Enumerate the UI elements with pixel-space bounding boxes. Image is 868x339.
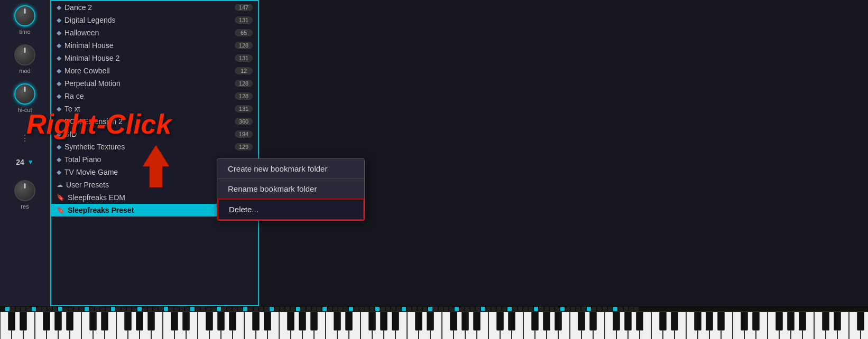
- piano-white-key[interactable]: [675, 312, 686, 339]
- mod-knob[interactable]: [14, 44, 35, 65]
- piano-white-key[interactable]: [570, 312, 581, 339]
- piano-white-key[interactable]: [81, 312, 93, 339]
- piano-white-key[interactable]: [826, 312, 837, 339]
- piano-white-key[interactable]: [35, 312, 47, 339]
- piano-white-key[interactable]: [837, 312, 849, 339]
- piano-white-key[interactable]: [326, 312, 337, 339]
- piano-white-key[interactable]: [140, 312, 151, 339]
- context-menu-item-create-folder[interactable]: Create new bookmark folder: [217, 159, 364, 178]
- piano-white-key[interactable]: [465, 312, 477, 339]
- piano-white-key[interactable]: [791, 312, 802, 339]
- time-knob[interactable]: [14, 5, 35, 26]
- piano-white-key[interactable]: [198, 312, 209, 339]
- piano-white-key[interactable]: [395, 312, 407, 339]
- piano-white-key[interactable]: [361, 312, 372, 339]
- piano-white-key[interactable]: [814, 312, 826, 339]
- preset-item-rom-extension-2[interactable]: ◆ROM Extension 2360: [51, 115, 258, 128]
- piano-white-key[interactable]: [407, 312, 419, 339]
- preset-item-dance2[interactable]: ◆Dance 2147: [51, 1, 258, 14]
- piano-white-key[interactable]: [93, 312, 105, 339]
- preset-item-ra-ce[interactable]: ◆Ra ce128: [51, 90, 258, 102]
- preset-item-te-xt[interactable]: ◆Te xt131: [51, 102, 258, 115]
- piano-white-key[interactable]: [244, 312, 256, 339]
- piano-white-key[interactable]: [233, 312, 244, 339]
- piano-white-key[interactable]: [756, 312, 768, 339]
- piano-white-key[interactable]: [733, 312, 744, 339]
- piano-white-key[interactable]: [419, 312, 430, 339]
- piano-white-key[interactable]: [512, 312, 523, 339]
- piano-white-key[interactable]: [279, 312, 291, 339]
- piano-white-key[interactable]: [500, 312, 512, 339]
- piano-white-key[interactable]: [663, 312, 675, 339]
- preset-item-halloween[interactable]: ◆Halloween65: [51, 26, 258, 39]
- piano-white-key[interactable]: [744, 312, 756, 339]
- context-menu-item-delete[interactable]: Delete...: [217, 199, 364, 220]
- hicut-knob[interactable]: [14, 83, 35, 105]
- piano-white-key[interactable]: [23, 312, 35, 339]
- preset-item-synthetic-textures[interactable]: ◆Synthetic Textures129: [51, 140, 258, 153]
- piano-white-key[interactable]: [768, 312, 779, 339]
- piano-white-key[interactable]: [558, 312, 570, 339]
- piano-white-key[interactable]: [337, 312, 349, 339]
- piano-white-key[interactable]: [849, 312, 861, 339]
- piano-white-key[interactable]: [802, 312, 814, 339]
- piano-white-key[interactable]: [547, 312, 558, 339]
- piano-white-key[interactable]: [779, 312, 791, 339]
- preset-item-sid[interactable]: ◆SID194: [51, 128, 258, 140]
- piano-white-key[interactable]: [651, 312, 663, 339]
- piano-white-key[interactable]: [163, 312, 174, 339]
- preset-item-more-cowbell[interactable]: ◆More Cowbell12: [51, 64, 258, 77]
- piano-white-key[interactable]: [209, 312, 221, 339]
- chevron-down-icon[interactable]: ▼: [27, 158, 34, 166]
- piano-white-key[interactable]: [47, 312, 58, 339]
- piano-white-key[interactable]: [349, 312, 361, 339]
- piano-white-key[interactable]: [721, 312, 733, 339]
- piano-dot: [513, 307, 517, 311]
- piano-white-key[interactable]: [221, 312, 233, 339]
- piano-white-key[interactable]: [267, 312, 279, 339]
- preset-item-minimal-house[interactable]: ◆Minimal House128: [51, 39, 258, 52]
- piano-dot: [381, 307, 385, 311]
- dots-menu[interactable]: ⋮: [21, 133, 29, 143]
- piano-white-key[interactable]: [709, 312, 721, 339]
- piano-white-key[interactable]: [454, 312, 465, 339]
- piano-white-key[interactable]: [291, 312, 302, 339]
- preset-item-minimal-house-2[interactable]: ◆Minimal House 2131: [51, 52, 258, 64]
- piano-white-key[interactable]: [128, 312, 140, 339]
- piano-white-key[interactable]: [605, 312, 616, 339]
- piano-white-key[interactable]: [70, 312, 81, 339]
- piano-white-key[interactable]: [116, 312, 128, 339]
- piano-white-key[interactable]: [488, 312, 500, 339]
- piano-white-key[interactable]: [581, 312, 593, 339]
- piano-keys[interactable]: [0, 312, 868, 339]
- piano-white-key[interactable]: [616, 312, 628, 339]
- piano-white-key[interactable]: [686, 312, 698, 339]
- piano-white-key[interactable]: [628, 312, 640, 339]
- piano-dot: [386, 307, 390, 311]
- preset-item-digital-legends[interactable]: ◆Digital Legends131: [51, 14, 258, 26]
- piano-white-key[interactable]: [256, 312, 267, 339]
- piano-white-key[interactable]: [640, 312, 651, 339]
- piano-white-key[interactable]: [442, 312, 454, 339]
- piano-white-key[interactable]: [302, 312, 314, 339]
- piano-white-key[interactable]: [477, 312, 488, 339]
- piano-white-key[interactable]: [58, 312, 70, 339]
- piano-white-key[interactable]: [861, 312, 868, 339]
- piano-white-key[interactable]: [698, 312, 709, 339]
- piano-white-key[interactable]: [186, 312, 198, 339]
- piano-white-key[interactable]: [523, 312, 535, 339]
- piano-white-key[interactable]: [384, 312, 395, 339]
- piano-white-key[interactable]: [372, 312, 384, 339]
- piano-white-key[interactable]: [314, 312, 326, 339]
- piano-white-key[interactable]: [593, 312, 605, 339]
- piano-white-key[interactable]: [105, 312, 116, 339]
- piano-white-key[interactable]: [430, 312, 442, 339]
- preset-item-perpetual-motion[interactable]: ◆Perpetual Motion128: [51, 77, 258, 90]
- piano-white-key[interactable]: [12, 312, 23, 339]
- context-menu-item-rename-folder[interactable]: Rename bookmark folder: [217, 179, 364, 199]
- piano-white-key[interactable]: [535, 312, 547, 339]
- piano-white-key[interactable]: [151, 312, 163, 339]
- piano-white-key[interactable]: [174, 312, 186, 339]
- piano-white-key[interactable]: [0, 312, 12, 339]
- res-knob[interactable]: [14, 180, 35, 201]
